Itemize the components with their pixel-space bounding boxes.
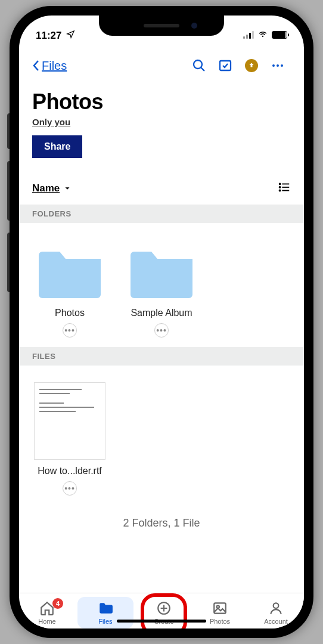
- folder-name: Sample Album: [131, 308, 192, 318]
- folders-section-header: FOLDERS: [19, 205, 304, 223]
- home-indicator[interactable]: [117, 620, 206, 623]
- sync-status-icon[interactable]: [238, 54, 265, 78]
- tab-label: Account: [264, 618, 288, 625]
- tab-home[interactable]: Home 4: [19, 597, 75, 628]
- svg-point-0: [194, 60, 202, 69]
- sort-label: Name: [32, 182, 60, 194]
- folder-icon: [34, 240, 105, 299]
- sort-button[interactable]: Name: [32, 182, 72, 194]
- svg-rect-12: [214, 603, 226, 613]
- svg-point-7: [279, 187, 281, 188]
- file-thumbnail: [34, 382, 105, 460]
- share-button[interactable]: Share: [32, 135, 82, 158]
- location-icon: [66, 30, 75, 42]
- svg-point-9: [279, 190, 281, 191]
- svg-point-4: [281, 64, 283, 67]
- files-section-header: FILES: [19, 347, 304, 366]
- item-more-icon[interactable]: •••: [63, 323, 77, 338]
- more-icon[interactable]: [265, 54, 291, 78]
- svg-point-5: [279, 183, 281, 184]
- tab-files[interactable]: Files: [77, 597, 133, 628]
- item-more-icon[interactable]: •••: [63, 481, 77, 496]
- plus-circle-icon: [156, 600, 172, 616]
- user-icon: [268, 600, 284, 616]
- folder-icon: [126, 240, 197, 299]
- notification-badge: 4: [52, 598, 63, 609]
- svg-point-2: [272, 64, 275, 67]
- tab-label: Home: [38, 618, 55, 625]
- back-button[interactable]: Files: [32, 59, 67, 73]
- image-icon: [212, 600, 228, 616]
- item-more-icon[interactable]: •••: [154, 323, 169, 338]
- chevron-down-icon: [63, 184, 72, 193]
- folder-summary: 2 Folders, 1 File: [19, 505, 304, 538]
- tab-create[interactable]: Create: [136, 597, 192, 628]
- file-name: How to...lder.rtf: [38, 466, 102, 476]
- folder-item[interactable]: Photos •••: [24, 235, 116, 342]
- svg-point-14: [274, 603, 279, 608]
- tab-bar: Home 4 Files Create Photos Account: [19, 593, 304, 628]
- share-status-link[interactable]: Only you: [32, 117, 70, 127]
- svg-point-3: [277, 64, 279, 67]
- select-icon[interactable]: [212, 54, 238, 78]
- page-title: Photos: [32, 89, 291, 114]
- svg-rect-1: [220, 61, 231, 70]
- status-time: 11:27: [36, 30, 61, 42]
- tab-account[interactable]: Account: [248, 597, 304, 628]
- tab-photos[interactable]: Photos: [192, 597, 248, 628]
- cell-signal-icon: [243, 31, 254, 39]
- tab-label: Files: [98, 618, 112, 625]
- folder-name: Photos: [55, 308, 85, 318]
- wifi-icon: [257, 28, 268, 42]
- folder-item[interactable]: Sample Album •••: [116, 235, 207, 342]
- search-icon[interactable]: [186, 54, 212, 78]
- battery-icon: [272, 31, 287, 39]
- list-view-toggle-icon[interactable]: [278, 181, 291, 196]
- file-item[interactable]: How to...lder.rtf •••: [24, 377, 116, 500]
- tab-label: Photos: [210, 618, 230, 625]
- back-label: Files: [42, 59, 67, 73]
- folder-icon: [98, 600, 113, 616]
